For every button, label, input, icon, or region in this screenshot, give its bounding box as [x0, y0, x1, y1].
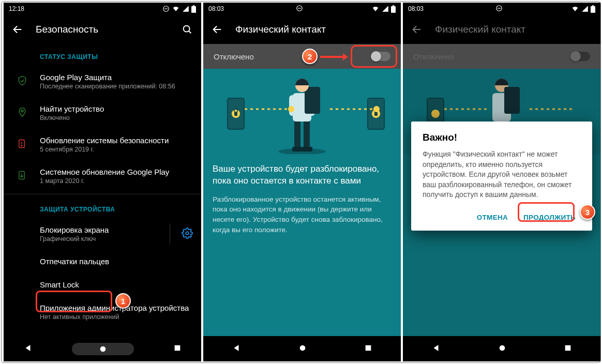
continue-button[interactable]: ПРОДОЛЖИТЬ	[518, 209, 581, 225]
svg-line-5	[189, 31, 191, 33]
svg-point-4	[184, 26, 190, 32]
callout-marker-3: 3	[580, 204, 595, 220]
item-title: Приложения администратора устройства	[40, 304, 191, 312]
shield-check-icon	[17, 75, 27, 88]
desc-body: Разблокированное устройство останется ак…	[213, 194, 392, 235]
app-bar: Физический контакт	[203, 15, 401, 44]
item-security-update[interactable]: Обновление системы безопасности5 сентябр…	[4, 129, 201, 160]
item-title: Smart Lock	[40, 280, 191, 289]
nav-back-icon[interactable]	[23, 343, 33, 355]
wifi-icon	[371, 5, 380, 12]
app-bar: Безопасность	[4, 15, 201, 44]
svg-point-9	[21, 145, 22, 146]
callout-marker-1: 1	[115, 293, 131, 309]
page-title: Безопасность	[36, 24, 169, 35]
item-fingerprints[interactable]: Отпечатки пальцев	[4, 250, 201, 273]
svg-point-37	[373, 106, 380, 112]
app-bar: Физический контакт	[403, 15, 600, 44]
cancel-button[interactable]: ОТМЕНА	[472, 209, 513, 225]
signal-icon	[581, 5, 589, 12]
description: Ваше устройство будет разблокировано, по…	[203, 154, 401, 336]
toggle-switch[interactable]	[373, 52, 390, 61]
item-title: Google Play Защита	[40, 73, 191, 82]
back-button[interactable]	[212, 24, 223, 35]
divider-vertical	[170, 223, 170, 245]
svg-rect-47	[492, 93, 511, 122]
nav-recent-icon[interactable]	[173, 344, 182, 354]
status-time: 12:18	[9, 5, 24, 12]
svg-point-46	[431, 110, 440, 118]
svg-rect-39	[365, 345, 371, 351]
status-bar: 08:03	[203, 3, 401, 15]
signal-icon	[182, 5, 189, 12]
nav-bar	[203, 337, 401, 361]
item-find-device[interactable]: Найти устройствоВключено	[4, 97, 201, 129]
nav-home-icon[interactable]	[498, 344, 506, 354]
nav-recent-icon[interactable]	[564, 344, 572, 354]
dialog-title: Важно!	[423, 132, 581, 143]
divider	[4, 194, 201, 194]
section-header-status: СТАТУС ЗАЩИТЫ	[4, 44, 201, 66]
svg-rect-53	[565, 345, 570, 351]
signal-icon	[382, 5, 389, 12]
callout-marker-2: 2	[302, 49, 318, 64]
item-device-admin[interactable]: Приложения администратора устройстваНет …	[4, 296, 201, 328]
item-play-system-update[interactable]: Системное обновление Google Play1 марта …	[4, 160, 201, 192]
item-title: Обновление системы безопасности	[40, 136, 191, 145]
nav-back-icon[interactable]	[232, 343, 241, 355]
nav-recent-icon[interactable]	[364, 344, 372, 354]
svg-rect-2	[191, 6, 196, 13]
item-sub: Последнее сканирование приложений: 08:56	[40, 83, 191, 90]
svg-rect-16	[391, 6, 396, 13]
toggle-row: Отключено	[403, 44, 600, 69]
svg-rect-3	[193, 5, 195, 6]
status-time: 08:03	[408, 5, 424, 12]
item-sub: Включено	[40, 114, 191, 122]
item-sub: Графический ключ	[40, 235, 191, 242]
callout-arrow-2	[319, 52, 349, 62]
warning-box-icon	[17, 138, 26, 151]
item-screen-lock[interactable]: Блокировка экранаГрафический ключ	[4, 218, 201, 250]
update-box-icon	[17, 170, 26, 183]
battery-icon	[591, 5, 595, 13]
page-title: Физический контакт	[235, 24, 393, 35]
nav-home-icon[interactable]	[298, 344, 307, 354]
battery-icon	[391, 5, 396, 13]
wifi-icon	[172, 5, 180, 12]
status-time: 08:03	[208, 5, 224, 12]
item-smart-lock[interactable]: Smart Lock	[4, 273, 201, 296]
item-title: Найти устройство	[40, 104, 191, 113]
svg-point-12	[100, 346, 106, 352]
hero-illustration	[203, 69, 401, 154]
item-sub: 5 сентября 2019 г.	[40, 146, 191, 153]
nav-bar	[4, 337, 201, 361]
gear-icon[interactable]	[182, 228, 193, 241]
item-title: Блокировка экрана	[40, 225, 191, 234]
svg-point-35	[288, 106, 294, 112]
svg-rect-17	[393, 5, 395, 6]
dnd-icon	[296, 5, 303, 13]
toggle-switch	[573, 52, 590, 61]
nav-home-button[interactable]	[72, 343, 134, 355]
nav-back-icon[interactable]	[431, 343, 441, 355]
dnd-icon	[495, 5, 503, 13]
item-sub: Нет активных приложений	[40, 313, 191, 321]
item-play-protect[interactable]: Google Play ЗащитаПоследнее сканирование…	[4, 66, 201, 97]
page-title: Физический контакт	[435, 24, 592, 35]
back-button[interactable]	[12, 24, 23, 35]
status-bar: 12:18	[4, 3, 201, 15]
svg-rect-43	[591, 6, 595, 13]
item-sub: 1 марта 2020 г.	[40, 177, 191, 185]
search-button[interactable]	[182, 24, 193, 35]
dnd-icon	[162, 5, 170, 12]
svg-rect-49	[504, 87, 520, 114]
svg-point-6	[21, 110, 23, 112]
section-header-device: ЗАЩИТА УСТРОЙСТВА	[4, 196, 201, 218]
desc-heading: Ваше устройство будет разблокировано, по…	[213, 163, 392, 187]
status-bar: 08:03	[403, 3, 600, 15]
item-title: Системное обновление Google Play	[40, 168, 191, 176]
dialog-important: Важно! Функция "Физический контакт" не м…	[411, 122, 592, 231]
svg-rect-13	[175, 345, 180, 351]
svg-point-52	[500, 345, 505, 351]
toggle-label: Отключено	[413, 52, 454, 61]
